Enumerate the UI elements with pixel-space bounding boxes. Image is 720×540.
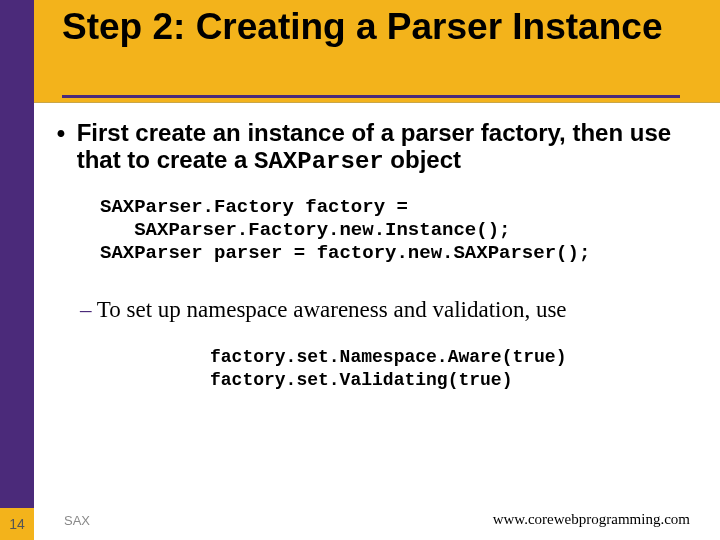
title-underline <box>62 95 680 98</box>
bullet-1-inline-code: SAXParser <box>254 148 384 175</box>
footer-left: SAX <box>64 513 90 528</box>
code-block-2: factory.set.Namespace.Aware(true) factor… <box>210 346 566 391</box>
footer-right: www.corewebprogramming.com <box>493 511 690 528</box>
band-divider <box>34 102 720 103</box>
page-number: 14 <box>9 516 25 532</box>
code-block-1: SAXParser.Factory factory = SAXParser.Fa… <box>100 196 590 266</box>
slide-title: Step 2: Creating a Parser Instance <box>62 6 692 47</box>
bullet-dot-icon: • <box>52 120 70 147</box>
page-number-box: 14 <box>0 508 34 540</box>
sidebar-accent <box>0 0 34 540</box>
bullet-1-text: First create an instance of a parser fac… <box>77 120 677 176</box>
slide: Step 2: Creating a Parser Instance • Fir… <box>0 0 720 540</box>
bullet-level-1: • First create an instance of a parser f… <box>52 120 692 176</box>
bullet-2-text: To set up namespace awareness and valida… <box>97 297 567 322</box>
bullet-1-suffix: object <box>384 146 461 173</box>
bullet-level-2: – To set up namespace awareness and vali… <box>80 296 680 324</box>
bullet-dash-icon: – <box>80 297 92 322</box>
